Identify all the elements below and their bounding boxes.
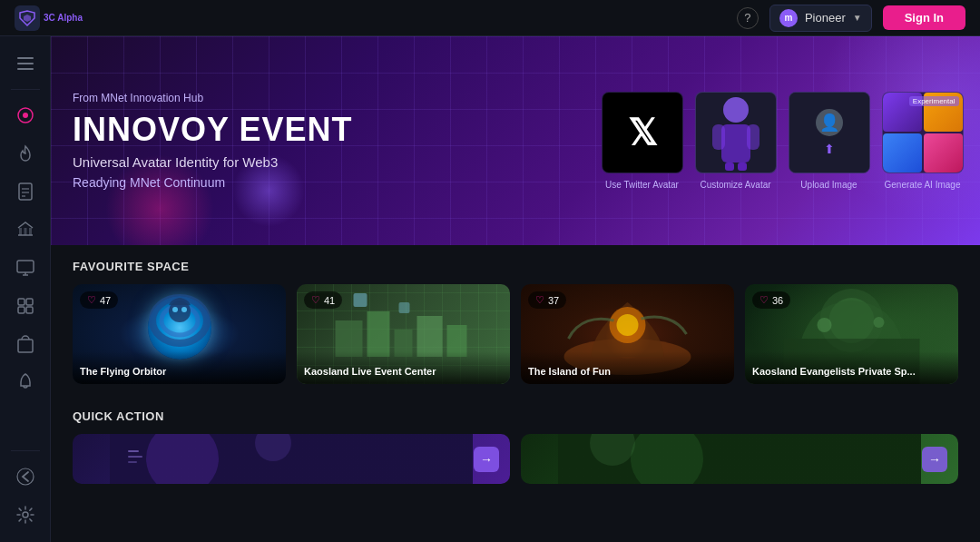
space-card-name-3: The Island of Fun bbox=[521, 351, 734, 384]
svg-rect-26 bbox=[712, 124, 725, 150]
banner-card-upload-label: Upload Image bbox=[800, 179, 857, 191]
banner-card-avatar-img bbox=[695, 92, 777, 173]
sidebar bbox=[0, 36, 51, 542]
ai-face-3 bbox=[883, 133, 922, 172]
qa-card-2-bg-svg bbox=[521, 434, 958, 484]
svg-rect-12 bbox=[29, 228, 32, 235]
main-layout: From MNet Innovation Hub INNOVOY EVENT U… bbox=[0, 36, 980, 542]
sidebar-item-monitor[interactable] bbox=[9, 251, 42, 284]
svg-point-49 bbox=[874, 317, 885, 328]
svg-point-57 bbox=[631, 434, 703, 484]
hamburger-icon[interactable] bbox=[9, 47, 42, 80]
svg-rect-40 bbox=[354, 293, 368, 307]
banner-from-text: From MNet Innovation Hub bbox=[73, 92, 577, 104]
banner-content: From MNet Innovation Hub INNOVOY EVENT U… bbox=[51, 36, 980, 245]
banner-left: From MNet Innovation Hub INNOVOY EVENT U… bbox=[51, 36, 599, 245]
avatar-figure bbox=[696, 93, 776, 172]
svg-point-5 bbox=[23, 113, 28, 118]
svg-point-34 bbox=[181, 307, 187, 312]
x-logo-icon: 𝕏 bbox=[628, 112, 657, 153]
svg-rect-14 bbox=[17, 261, 34, 272]
content-area: From MNet Innovation Hub INNOVOY EVENT U… bbox=[51, 36, 980, 542]
banner-subtitle: Universal Avatar Identity for Web3 bbox=[73, 154, 577, 170]
quick-action-title: QUICK ACTION bbox=[73, 409, 958, 423]
svg-rect-10 bbox=[19, 228, 22, 235]
svg-rect-29 bbox=[738, 163, 747, 171]
account-name: Pioneer bbox=[805, 11, 846, 25]
banner-card-ai-img: Experimental bbox=[882, 92, 964, 173]
svg-rect-21 bbox=[18, 340, 33, 352]
svg-rect-2 bbox=[17, 63, 34, 64]
sidebar-item-bell[interactable] bbox=[9, 366, 42, 399]
sidebar-item-home[interactable] bbox=[9, 99, 42, 132]
svg-point-48 bbox=[818, 318, 832, 332]
sidebar-item-settings[interactable] bbox=[9, 498, 42, 531]
qa-card-1-bg-svg bbox=[73, 434, 510, 484]
space-card-name-4: Kaosland Evangelists Private Sp... bbox=[745, 351, 958, 384]
banner-card-ai-label: Generate AI Image bbox=[885, 179, 961, 191]
svg-rect-1 bbox=[17, 57, 34, 59]
space-card-like-2: ♡ 41 bbox=[304, 291, 342, 309]
chevron-down-icon: ▼ bbox=[853, 13, 862, 23]
svg-rect-27 bbox=[747, 124, 760, 150]
heart-icon-2: ♡ bbox=[311, 294, 320, 306]
banner-card-avatar[interactable]: Customize Avatar bbox=[692, 92, 779, 191]
space-card-like-3: ♡ 37 bbox=[528, 291, 566, 309]
banner-card-ai[interactable]: Experimental Generate AI Image bbox=[879, 92, 965, 191]
sidebar-bottom bbox=[9, 447, 42, 531]
space-card-name-2: Kaosland Live Event Center bbox=[297, 351, 510, 384]
banner-card-upload-img: 👤 ⬆ bbox=[789, 92, 870, 173]
heart-icon-1: ♡ bbox=[87, 294, 96, 306]
dragon-svg bbox=[143, 289, 216, 352]
quick-action-card-1[interactable]: → bbox=[73, 434, 510, 484]
svg-point-51 bbox=[146, 434, 219, 484]
account-avatar: m bbox=[779, 9, 798, 27]
quick-action-card-2[interactable]: → bbox=[521, 434, 958, 484]
space-card-like-1: ♡ 47 bbox=[80, 291, 118, 309]
sidebar-item-bank[interactable] bbox=[9, 213, 42, 246]
space-card-kaosland-ev[interactable]: ♡ 36 Kaosland Evangelists Private Sp... bbox=[745, 284, 958, 384]
svg-point-44 bbox=[617, 314, 639, 336]
signin-button[interactable]: Sign In bbox=[883, 5, 965, 30]
svg-rect-41 bbox=[399, 302, 410, 313]
space-card-like-4: ♡ 36 bbox=[752, 291, 790, 309]
heart-icon-3: ♡ bbox=[535, 294, 544, 306]
account-selector[interactable]: m Pioneer ▼ bbox=[769, 5, 872, 32]
favourite-space-section: FAVOURITE SPACE bbox=[51, 245, 980, 395]
favourite-space-title: FAVOURITE SPACE bbox=[73, 260, 958, 273]
banner-card-twitter-label: Use Twitter Avatar bbox=[605, 179, 679, 191]
upload-arrow-icon: ⬆ bbox=[824, 142, 835, 156]
space-card-name-1: The Flying Orbitor bbox=[73, 351, 286, 384]
help-button[interactable]: ? bbox=[737, 7, 759, 29]
app-logo-icon bbox=[15, 5, 40, 31]
svg-rect-6 bbox=[19, 183, 32, 200]
sidebar-item-puzzle[interactable] bbox=[9, 290, 42, 322]
svg-rect-17 bbox=[18, 299, 24, 305]
svg-rect-11 bbox=[24, 228, 26, 235]
quick-action-section: QUICK ACTION bbox=[51, 395, 980, 495]
upload-icon-box: 👤 ⬆ bbox=[789, 93, 869, 172]
banner: From MNet Innovation Hub INNOVOY EVENT U… bbox=[51, 36, 980, 245]
sidebar-item-store[interactable] bbox=[9, 328, 42, 360]
space-card-kaosland-live[interactable]: ♡ 41 Kaosland Live Event Center bbox=[297, 284, 510, 384]
svg-rect-53 bbox=[128, 450, 139, 452]
ai-face-4 bbox=[924, 133, 963, 172]
svg-point-22 bbox=[17, 468, 34, 485]
banner-event-title: INNOVOY EVENT bbox=[73, 112, 577, 148]
sidebar-item-back[interactable] bbox=[9, 460, 42, 493]
space-card-flying-orbitor[interactable]: ♡ 47 The Flying Orbitor bbox=[73, 284, 286, 384]
banner-card-upload[interactable]: 👤 ⬆ Upload Image bbox=[786, 92, 872, 191]
heart-icon-4: ♡ bbox=[760, 294, 769, 306]
sidebar-item-document[interactable] bbox=[9, 175, 42, 208]
svg-point-24 bbox=[723, 97, 749, 123]
svg-rect-19 bbox=[18, 307, 24, 313]
space-card-island[interactable]: ♡ 37 The Island of Fun bbox=[521, 284, 734, 384]
banner-right: 𝕏 Use Twitter Avatar bbox=[599, 36, 980, 245]
banner-card-twitter[interactable]: 𝕏 Use Twitter Avatar bbox=[599, 92, 685, 191]
person-icon: 👤 bbox=[816, 109, 843, 136]
sidebar-item-hot[interactable] bbox=[9, 137, 42, 170]
svg-rect-3 bbox=[17, 68, 34, 70]
topbar-right: ? m Pioneer ▼ Sign In bbox=[737, 5, 965, 32]
quick-action-cards: → bbox=[73, 434, 958, 484]
sidebar-divider-2 bbox=[11, 450, 40, 451]
